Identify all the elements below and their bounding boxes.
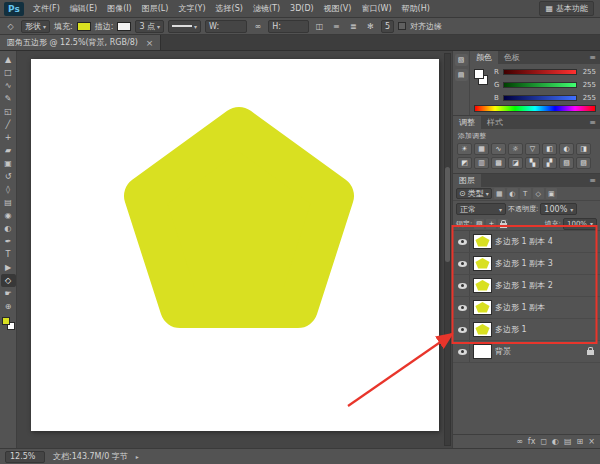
layer-mask-icon[interactable]: ◻ — [540, 437, 547, 446]
crop-tool[interactable]: ◱ — [1, 105, 16, 118]
move-tool[interactable]: ▲ — [1, 53, 16, 66]
workspace-switcher[interactable]: ▦ 基本功能 — [539, 1, 594, 16]
layer-row[interactable]: 多边形 1 副本 3 — [453, 253, 600, 275]
exposure-icon[interactable]: ☼ — [508, 143, 523, 155]
pixel-layer-filter-icon[interactable]: ▦ — [494, 188, 505, 199]
layer-effects-icon[interactable]: fx — [528, 437, 536, 446]
quick-selection-tool[interactable]: ✎ — [1, 92, 16, 105]
gradient-tool[interactable]: ▤ — [1, 196, 16, 209]
vibrance-icon[interactable]: ▽ — [525, 143, 540, 155]
layer-group-icon[interactable]: ▤ — [564, 437, 572, 446]
visibility-toggle[interactable] — [455, 231, 470, 252]
zoom-tool[interactable]: ⊕ — [1, 300, 16, 313]
blue-slider[interactable] — [503, 95, 577, 101]
red-slider[interactable] — [503, 69, 577, 75]
layer-thumbnail[interactable] — [473, 256, 492, 271]
invert-icon[interactable]: ◪ — [508, 157, 523, 169]
visibility-toggle[interactable] — [455, 319, 470, 340]
foreground-background-swatches[interactable] — [2, 317, 15, 330]
tab-swatches[interactable]: 色板 — [498, 51, 526, 64]
opacity-field[interactable]: 100% ▾ — [540, 203, 577, 215]
layer-name[interactable]: 多边形 1 副本 — [495, 302, 545, 313]
path-alignment-icon[interactable]: ≡ — [330, 20, 343, 33]
lock-position-icon[interactable]: + — [486, 219, 496, 229]
collapsed-panel-icon-2[interactable]: ▤ — [455, 69, 468, 81]
curves-icon[interactable]: ∿ — [491, 143, 506, 155]
polygon-sides-field[interactable]: 5 — [381, 20, 394, 33]
black-white-icon[interactable]: ◨ — [576, 143, 591, 155]
brightness-contrast-icon[interactable]: ☀ — [457, 143, 472, 155]
delete-layer-icon[interactable]: × — [588, 437, 595, 446]
background-layer-row[interactable]: 背景 — [453, 341, 600, 363]
width-field[interactable]: W: — [205, 20, 247, 33]
height-field[interactable]: H: — [268, 20, 309, 33]
foreground-swatch[interactable] — [474, 69, 484, 79]
menu-type[interactable]: 文字(Y) — [173, 0, 210, 17]
layer-row[interactable]: 多边形 1 副本 4 — [453, 231, 600, 253]
path-arrangement-icon[interactable]: ≣ — [347, 20, 360, 33]
tab-layers[interactable]: 图层 — [453, 174, 481, 187]
levels-icon[interactable]: ▦ — [474, 143, 489, 155]
threshold-icon[interactable]: ▞ — [542, 157, 557, 169]
eyedropper-tool[interactable]: ╱ — [1, 118, 16, 131]
shape-tool[interactable]: ◇ — [1, 274, 16, 287]
layer-filter-select[interactable]: ⊙ 类型 ▾ — [456, 188, 492, 199]
shape-layer-filter-icon[interactable]: ◇ — [533, 188, 544, 199]
type-tool[interactable]: T — [1, 248, 16, 261]
panel-menu-icon[interactable]: ≡ — [589, 176, 596, 185]
color-balance-icon[interactable]: ◐ — [559, 143, 574, 155]
healing-brush-tool[interactable]: + — [1, 131, 16, 144]
menu-select[interactable]: 选择(S) — [211, 0, 248, 17]
blue-value[interactable]: 255 — [580, 94, 596, 102]
menu-edit[interactable]: 编辑(E) — [65, 0, 102, 17]
vertical-scrollbar[interactable] — [444, 53, 451, 446]
layer-thumbnail[interactable] — [473, 322, 492, 337]
menu-help[interactable]: 帮助(H) — [397, 0, 435, 17]
stroke-swatch[interactable] — [117, 22, 131, 31]
menu-filter[interactable]: 滤镜(T) — [248, 0, 285, 17]
link-layers-icon[interactable]: ∞ — [516, 437, 523, 446]
visibility-toggle[interactable] — [455, 275, 470, 296]
layer-name[interactable]: 多边形 1 副本 3 — [495, 258, 553, 269]
color-swatch-pair[interactable] — [474, 67, 490, 103]
brush-tool[interactable]: ▰ — [1, 144, 16, 157]
color-spectrum-bar[interactable] — [474, 105, 596, 112]
visibility-toggle[interactable] — [455, 297, 470, 318]
path-operations-icon[interactable]: ◫ — [313, 20, 326, 33]
history-brush-tool[interactable]: ↺ — [1, 170, 16, 183]
green-value[interactable]: 255 — [580, 81, 596, 89]
layer-thumbnail[interactable] — [473, 300, 492, 315]
dodge-tool[interactable]: ◐ — [1, 222, 16, 235]
collapsed-panel-icon-1[interactable]: ▧ — [455, 54, 468, 66]
visibility-toggle[interactable] — [455, 341, 470, 362]
lock-transparency-icon[interactable]: ▨ — [474, 219, 484, 229]
layer-row[interactable]: 多边形 1 — [453, 319, 600, 341]
path-selection-tool[interactable]: ▶ — [1, 261, 16, 274]
hand-tool[interactable]: ☛ — [1, 287, 16, 300]
layer-name[interactable]: 多边形 1 副本 2 — [495, 280, 553, 291]
marquee-tool[interactable]: □ — [1, 66, 16, 79]
selective-color-icon[interactable]: ▨ — [576, 157, 591, 169]
close-icon[interactable]: × — [146, 38, 154, 48]
tool-mode-select[interactable]: 形状 ▾ — [21, 20, 50, 33]
pen-tool[interactable]: ✒ — [1, 235, 16, 248]
align-edges-checkbox[interactable] — [398, 22, 406, 30]
menu-layer[interactable]: 图层(L) — [137, 0, 174, 17]
lock-all-icon[interactable] — [498, 219, 508, 229]
gradient-map-icon[interactable]: ▧ — [559, 157, 574, 169]
channel-mixer-icon[interactable]: ▥ — [474, 157, 489, 169]
adjustment-layer-filter-icon[interactable]: ◐ — [507, 188, 518, 199]
foreground-color-swatch[interactable] — [2, 317, 10, 325]
menu-3d[interactable]: 3D(D) — [285, 0, 319, 17]
posterize-icon[interactable]: ▚ — [525, 157, 540, 169]
zoom-level-field[interactable]: 12.5% — [5, 451, 45, 463]
smart-object-filter-icon[interactable]: ▣ — [546, 188, 557, 199]
clone-stamp-tool[interactable]: ▣ — [1, 157, 16, 170]
red-value[interactable]: 255 — [580, 68, 596, 76]
fill-swatch[interactable] — [77, 22, 91, 31]
layer-thumbnail[interactable] — [473, 344, 492, 359]
panel-menu-icon[interactable]: ≡ — [589, 118, 596, 127]
lasso-tool[interactable]: ∿ — [1, 79, 16, 92]
document-tab[interactable]: 圆角五边形 @ 12.5%(背景, RGB/8) × — [0, 35, 161, 50]
canvas[interactable] — [31, 59, 439, 431]
